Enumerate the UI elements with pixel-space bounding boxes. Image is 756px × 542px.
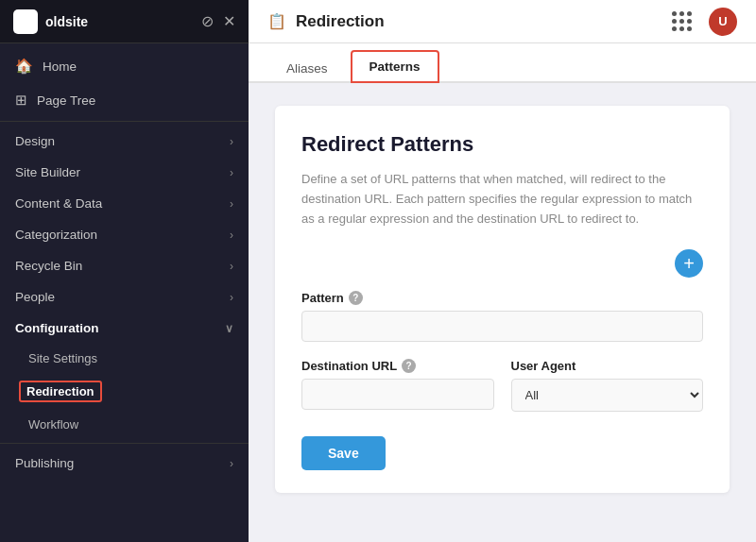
nav-divider-2 — [0, 443, 249, 444]
sidebar-nav: 🏠 Home ⊞ Page Tree Design › Site Builder… — [0, 43, 249, 542]
sidebar-header: oldsite ⊘ ✕ — [0, 0, 249, 43]
pattern-help-icon[interactable]: ? — [349, 291, 363, 305]
sidebar-label-page-tree: Page Tree — [37, 93, 95, 108]
sidebar-item-configuration[interactable]: Configuration ∨ — [0, 313, 249, 344]
sidebar-label-recycle-bin: Recycle Bin — [15, 259, 82, 273]
grid-icon[interactable] — [668, 8, 696, 35]
destination-url-col: Destination URL ? — [301, 359, 494, 412]
close-icon[interactable]: ✕ — [223, 12, 235, 30]
pattern-label: Pattern ? — [301, 291, 703, 305]
sidebar-subitem-site-settings[interactable]: Site Settings — [0, 344, 249, 373]
content-area: Redirect Patterns Define a set of URL pa… — [249, 83, 756, 542]
content-description: Define a set of URL patterns that when m… — [301, 170, 703, 229]
sidebar-label-categorization: Categorization — [15, 228, 97, 242]
main-title: Redirection — [296, 12, 385, 31]
destination-help-icon[interactable]: ? — [402, 359, 416, 373]
redirection-header-icon: 📋 — [267, 12, 286, 30]
stop-icon[interactable]: ⊘ — [201, 12, 214, 30]
site-settings-label: Site Settings — [28, 351, 97, 365]
user-agent-label: User Agent — [511, 359, 704, 373]
redirection-label: Redirection — [19, 381, 102, 402]
main-header: 📋 Redirection U — [249, 0, 756, 43]
pattern-field-row: Pattern ? — [301, 291, 703, 342]
content-card: Redirect Patterns Define a set of URL pa… — [275, 106, 730, 493]
nav-divider — [0, 121, 249, 122]
chevron-right-icon: › — [230, 197, 233, 211]
form-two-col: Destination URL ? User Agent All Desktop… — [301, 359, 703, 412]
sidebar-label-design: Design — [15, 134, 55, 148]
chevron-right-icon: › — [230, 135, 233, 148]
site-name: oldsite — [45, 14, 88, 29]
avatar[interactable]: U — [709, 8, 737, 36]
tabs-bar: Aliases Patterns — [249, 43, 756, 83]
sidebar-item-people[interactable]: People › — [0, 281, 249, 313]
sidebar-item-design[interactable]: Design › — [0, 126, 249, 157]
destination-url-input[interactable] — [301, 379, 494, 410]
tab-aliases[interactable]: Aliases — [267, 52, 347, 83]
tab-patterns[interactable]: Patterns — [351, 50, 439, 83]
chevron-right-icon: › — [230, 260, 233, 273]
save-button[interactable]: Save — [301, 436, 386, 470]
sidebar-label-publishing: Publishing — [15, 456, 74, 470]
sidebar-subitem-redirection[interactable]: Redirection — [0, 373, 249, 410]
sidebar-label-configuration: Configuration — [15, 321, 98, 335]
logo-icon — [13, 9, 38, 34]
chevron-right-icon: › — [230, 166, 233, 179]
workflow-label: Workflow — [28, 417, 78, 432]
sidebar-item-page-tree[interactable]: ⊞ Page Tree — [0, 83, 249, 117]
sidebar-item-home[interactable]: 🏠 Home — [0, 49, 249, 83]
chevron-right-icon: › — [230, 229, 233, 242]
user-agent-col: User Agent All Desktop Mobile — [511, 359, 704, 412]
sidebar-label-people: People — [15, 290, 55, 304]
home-icon: 🏠 — [15, 58, 33, 75]
sidebar-label-content-data: Content & Data — [15, 196, 102, 211]
sidebar-item-publishing[interactable]: Publishing › — [0, 448, 249, 479]
chevron-down-icon: ∨ — [225, 322, 233, 335]
sidebar-label-site-builder: Site Builder — [15, 165, 80, 179]
sidebar-logo[interactable]: oldsite — [13, 9, 88, 34]
sidebar-header-actions: ⊘ ✕ — [201, 12, 235, 30]
sidebar-subitem-workflow[interactable]: Workflow — [0, 410, 249, 439]
chevron-right-icon: › — [230, 457, 233, 470]
sidebar-item-recycle-bin[interactable]: Recycle Bin › — [0, 250, 249, 281]
sidebar: oldsite ⊘ ✕ 🏠 Home ⊞ Page Tree Design — [0, 0, 249, 542]
user-agent-select[interactable]: All Desktop Mobile — [511, 379, 704, 412]
sidebar-item-categorization[interactable]: Categorization › — [0, 219, 249, 250]
page-tree-icon: ⊞ — [15, 92, 27, 109]
sidebar-label-home: Home — [43, 59, 77, 74]
add-pattern-button[interactable]: + — [675, 249, 703, 278]
chevron-right-icon: › — [230, 291, 233, 304]
sidebar-item-site-builder[interactable]: Site Builder › — [0, 157, 249, 188]
sidebar-item-content-data[interactable]: Content & Data › — [0, 188, 249, 219]
main-area: 📋 Redirection U Aliases Patterns Redirec… — [249, 0, 756, 542]
destination-url-label: Destination URL ? — [301, 359, 494, 373]
add-button-row: + — [301, 249, 703, 278]
pattern-input[interactable] — [301, 311, 703, 342]
content-title: Redirect Patterns — [301, 132, 703, 157]
